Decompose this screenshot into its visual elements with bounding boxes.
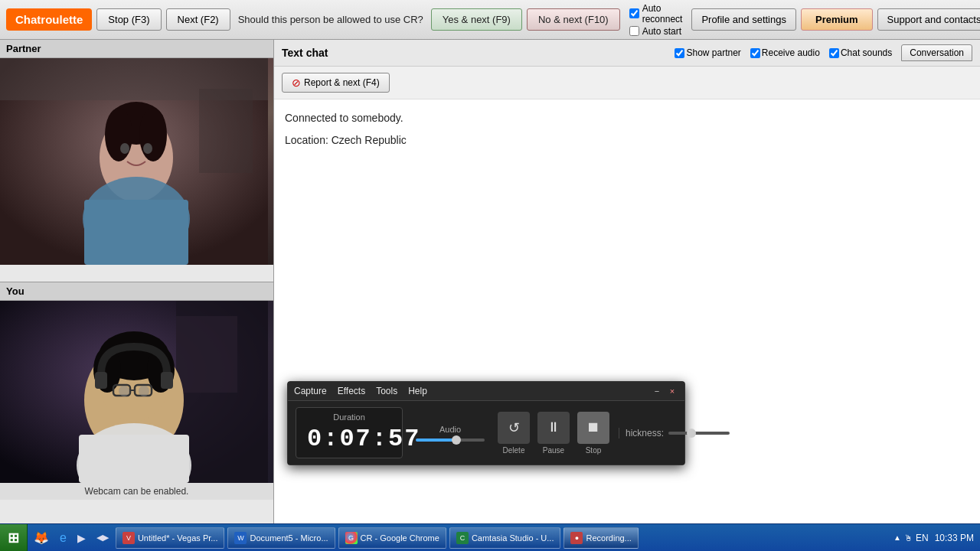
- duration-label: Duration: [307, 412, 391, 422]
- cam-menu-effects[interactable]: Effects: [338, 386, 365, 396]
- delete-label: Delete: [503, 446, 525, 455]
- language-indicator: EN: [916, 533, 929, 543]
- taskbar-chrome[interactable]: G CR - Google Chrome: [338, 527, 446, 549]
- svg-rect-11: [199, 89, 253, 173]
- taskbar-ie[interactable]: e: [55, 524, 71, 551]
- pause-label: Pause: [543, 446, 564, 455]
- audio-slider[interactable]: [416, 439, 485, 442]
- partner-video: [0, 58, 273, 265]
- camtasia-tb-icon: C: [456, 532, 469, 544]
- show-partner-label: Show partner: [686, 47, 740, 58]
- svg-point-4: [105, 108, 132, 161]
- thickness-label: hickness:: [626, 428, 664, 439]
- premium-button[interactable]: Premium: [801, 8, 873, 31]
- pause-control[interactable]: ⏸ Pause: [537, 412, 570, 455]
- taskbar-camtasia[interactable]: C Camtasia Studio - U...: [449, 527, 561, 549]
- receive-audio-label: Receive audio: [762, 47, 820, 58]
- location-message: Location: Czech Republic: [285, 131, 969, 150]
- duration-block: Duration 0:07:57: [296, 407, 403, 458]
- auto-reconnect-checkbox[interactable]: [629, 8, 639, 18]
- cam-menu-tools[interactable]: Tools: [376, 386, 397, 396]
- delete-icon: ↺: [498, 412, 530, 444]
- receive-audio-control[interactable]: Receive audio: [750, 47, 820, 58]
- svg-point-9: [143, 143, 152, 154]
- windows-logo-icon: ⊞: [8, 530, 19, 546]
- taskbar-media[interactable]: ▶: [73, 524, 90, 551]
- clock: 10:33 PM: [935, 533, 974, 543]
- chat-sounds-label: Chat sounds: [841, 47, 892, 58]
- taskbar-word[interactable]: W Document5 - Micro...: [227, 527, 335, 549]
- svg-rect-14: [176, 316, 237, 393]
- start-button[interactable]: ⊞: [0, 524, 28, 551]
- svg-rect-7: [84, 200, 188, 265]
- svg-point-5: [139, 108, 167, 161]
- stop-control[interactable]: ⏹ Stop: [577, 412, 609, 455]
- system-tray: ▲ 🖱 EN 10:33 PM: [887, 533, 980, 543]
- svg-rect-24: [161, 372, 173, 389]
- thickness-block: hickness:: [619, 428, 730, 439]
- you-label: You: [0, 282, 273, 301]
- taskbar-firefox[interactable]: 🦊: [29, 524, 54, 551]
- auto-start-checkbox[interactable]: [629, 26, 639, 36]
- cam-controls: ↺ Delete ⏸ Pause ⏹ Stop: [498, 412, 609, 455]
- camtasia-menu: Capture Effects Tools Help: [294, 386, 427, 396]
- recording-icon: ●: [570, 532, 583, 544]
- chat-sounds-control[interactable]: Chat sounds: [829, 47, 892, 58]
- audio-block: Audio: [412, 425, 488, 442]
- recording-label: Recording...: [586, 533, 631, 543]
- report-icon: ⊘: [292, 77, 301, 89]
- no-next-button[interactable]: No & next (F10): [527, 8, 620, 31]
- you-section: You: [0, 282, 273, 524]
- camtasia-close-button[interactable]: ×: [666, 385, 678, 397]
- camtasia-minimize-button[interactable]: −: [651, 385, 663, 397]
- svg-point-8: [120, 143, 129, 154]
- svg-point-27: [119, 386, 129, 396]
- show-partner-checkbox[interactable]: [675, 48, 684, 58]
- taskbar-recording[interactable]: ● Recording...: [564, 527, 638, 549]
- auto-options: Auto reconnect Auto start: [629, 3, 683, 37]
- audio-label: Audio: [439, 425, 461, 434]
- tray-cursor: 🖱: [904, 533, 913, 543]
- svg-point-28: [139, 386, 149, 396]
- text-chat-title: Text chat: [282, 47, 328, 59]
- you-video: [0, 301, 273, 483]
- camtasia-titlebar: Capture Effects Tools Help − ×: [288, 382, 684, 401]
- yes-next-button[interactable]: Yes & next (F9): [431, 8, 522, 31]
- left-panel: Partner: [0, 40, 274, 523]
- taskbar-arrows[interactable]: ◀▶: [92, 524, 113, 551]
- partner-section: Partner: [0, 40, 273, 282]
- show-partner-control[interactable]: Show partner: [675, 47, 740, 58]
- text-chat-bar: Text chat Show partner Receive audio Cha…: [274, 40, 980, 67]
- camtasia-panel: Capture Effects Tools Help − × Duration …: [287, 381, 685, 465]
- svg-rect-23: [95, 372, 107, 389]
- chat-sounds-checkbox[interactable]: [829, 48, 839, 58]
- allow-label: Should this person be allowed to use CR?: [238, 14, 423, 25]
- receive-audio-checkbox[interactable]: [750, 48, 760, 58]
- report-next-button[interactable]: ⊘ Report & next (F4): [282, 73, 390, 93]
- conversation-tab[interactable]: Conversation: [901, 44, 972, 61]
- profile-settings-button[interactable]: Profile and settings: [691, 8, 796, 31]
- stop-button[interactable]: Stop (F3): [96, 8, 161, 31]
- tray-up-icon[interactable]: ▲: [893, 533, 901, 542]
- taskbar-vegas[interactable]: V Untitled* - Vegas Pr...: [116, 527, 225, 549]
- support-contacts-button[interactable]: Support and contacts: [877, 8, 980, 31]
- partner-label: Partner: [0, 40, 273, 58]
- taskbar: ⊞ 🦊 e ▶ ◀▶ V Untitled* - Vegas Pr... W D…: [0, 523, 980, 551]
- word-label: Document5 - Micro...: [250, 533, 328, 543]
- app-logo: Chatroulette: [6, 8, 92, 31]
- stop-label: Stop: [586, 446, 602, 455]
- thickness-slider[interactable]: [668, 432, 730, 435]
- next-button[interactable]: Next (F2): [166, 8, 230, 31]
- auto-reconnect-label: Auto reconnect: [642, 3, 683, 24]
- vegas-icon: V: [122, 532, 135, 544]
- topbar: Chatroulette Stop (F3) Next (F2) Should …: [0, 0, 980, 40]
- camtasia-label: Camtasia Studio - U...: [472, 533, 554, 543]
- camtasia-body: Duration 0:07:57 Audio ↺ Delete ⏸ Pause …: [288, 401, 684, 465]
- cam-menu-capture[interactable]: Capture: [294, 386, 327, 396]
- vegas-label: Untitled* - Vegas Pr...: [138, 533, 218, 543]
- webcam-notice: Webcam can be enabled.: [0, 483, 273, 500]
- cam-menu-help[interactable]: Help: [408, 386, 427, 396]
- delete-control[interactable]: ↺ Delete: [498, 412, 530, 455]
- report-bar: ⊘ Report & next (F4): [274, 67, 980, 99]
- word-icon: W: [234, 532, 247, 544]
